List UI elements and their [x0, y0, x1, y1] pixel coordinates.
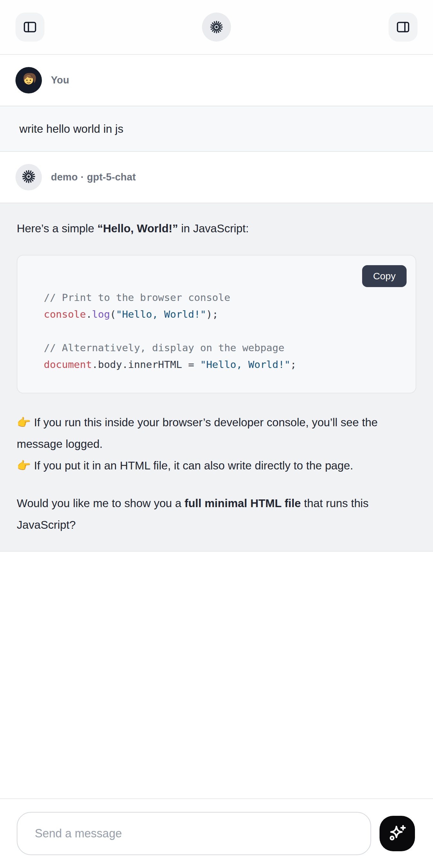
code-content: // Print to the browser console console.…: [18, 255, 415, 393]
model-logo-button[interactable]: [202, 12, 231, 41]
panel-right-icon: [396, 20, 410, 34]
assistant-answer-paragraphs: 👉 If you run this inside your browser’s …: [17, 411, 416, 535]
copy-button[interactable]: Copy: [362, 265, 407, 287]
assistant-message: Here’s a simple “Hello, World!” in JavaS…: [0, 203, 433, 552]
right-panel-toggle-button[interactable]: [389, 12, 417, 41]
user-message: write hello world in js: [0, 106, 433, 152]
person-emoji-icon: [20, 71, 37, 89]
user-message-text: write hello world in js: [19, 122, 123, 135]
message-input[interactable]: [17, 812, 371, 855]
assistant-intro-text: Here’s a simple “Hello, World!” in JavaS…: [17, 221, 416, 236]
starburst-icon: [209, 20, 224, 34]
user-message-header: You: [0, 55, 433, 106]
chat-app: You write hello world in js demo · gpt-5…: [0, 0, 433, 868]
sidebar-toggle-button[interactable]: [16, 12, 44, 41]
top-bar: [0, 0, 433, 55]
empty-chat-space: [0, 552, 433, 798]
assistant-avatar: [16, 164, 42, 190]
user-avatar: [16, 67, 42, 93]
panel-left-icon: [23, 20, 37, 34]
assistant-sender-name: demo · gpt-5-chat: [51, 172, 136, 183]
sparkle-icon: [387, 823, 407, 844]
user-sender-name: You: [51, 74, 69, 86]
composer-bar: [0, 798, 433, 868]
send-button[interactable]: [379, 816, 415, 851]
starburst-icon: [21, 169, 36, 186]
code-block: Copy // Print to the browser console con…: [17, 255, 416, 394]
assistant-message-header: demo · gpt-5-chat: [0, 152, 433, 203]
